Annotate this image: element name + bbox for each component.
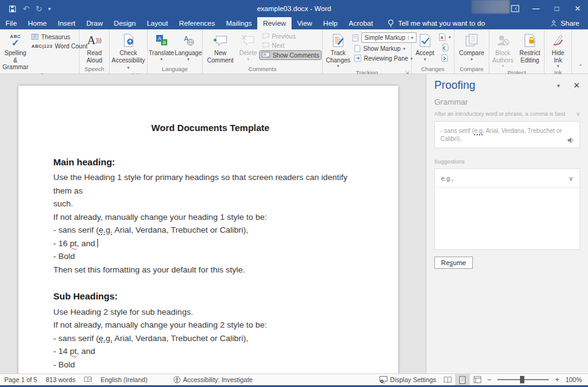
next-change-button[interactable] xyxy=(439,53,450,62)
pane-options-chevron-icon[interactable]: ▾ xyxy=(557,83,560,89)
save-icon[interactable] xyxy=(9,5,17,13)
tell-me-label: Tell me what you want to do xyxy=(398,20,485,27)
track-changes-button[interactable]: Track Changes ▾ xyxy=(324,31,352,68)
check-accessibility-button[interactable]: Check Accessibility ▾ xyxy=(111,31,146,71)
document-area[interactable]: Word Documents Template Main heading: Us… xyxy=(0,74,426,374)
grammar-rule-description: After an introductory word or phrase, a … xyxy=(434,111,565,117)
tab-mailings[interactable]: Mailings xyxy=(221,17,257,29)
window-controls: — □ ✕ xyxy=(505,0,588,17)
hide-ink-button[interactable]: Hide Ink ▾ xyxy=(546,31,570,68)
read-mode-button[interactable] xyxy=(440,374,455,386)
suggestions-box: e.g., ∨ xyxy=(434,168,580,250)
reject-icon xyxy=(439,33,446,41)
display-settings-button[interactable]: Display Settings xyxy=(375,376,440,383)
zoom-slider-thumb[interactable] xyxy=(520,376,524,383)
tab-review[interactable]: Review xyxy=(257,17,292,29)
markup-mode-select[interactable]: Simple Markup ▾ xyxy=(361,32,417,43)
reviewing-pane-button[interactable]: Reviewing Pane ▾ xyxy=(352,54,410,62)
tab-acrobat[interactable]: Acrobat xyxy=(343,17,379,29)
minimize-button[interactable]: — xyxy=(526,0,546,17)
pane-close-icon[interactable]: ✕ xyxy=(573,81,580,90)
share-person-icon xyxy=(550,20,557,27)
language-indicator[interactable]: English (Ireland) xyxy=(96,376,151,383)
undo-icon[interactable]: ↶ xyxy=(23,4,29,13)
document-page[interactable]: Word Documents Template Main heading: Us… xyxy=(18,86,398,374)
accessibility-status[interactable]: Accessibility: Investigate xyxy=(169,376,257,383)
page-indicator[interactable]: Page 1 of 5 xyxy=(0,376,42,383)
thesaurus-icon xyxy=(31,33,39,40)
svg-text:a: a xyxy=(162,39,165,45)
suggestion-item[interactable]: e.g., ∨ xyxy=(435,169,579,188)
bullet-line: - 16 pt, and xyxy=(53,237,368,250)
read-sentence-speaker-icon[interactable] xyxy=(567,137,575,144)
web-layout-button[interactable] xyxy=(470,374,484,386)
pane-title: Proofing xyxy=(434,79,475,92)
rule-chevron-icon[interactable]: ∨ xyxy=(576,111,580,117)
zoom-out-button[interactable]: − xyxy=(484,375,494,384)
next-change-icon xyxy=(441,54,448,62)
previous-change-button[interactable] xyxy=(439,43,450,52)
tell-me-box[interactable]: Tell me what you want to do xyxy=(387,17,485,29)
zoom-slider[interactable] xyxy=(497,379,549,380)
collapse-ribbon-icon[interactable]: ⌃ xyxy=(572,29,588,73)
ribbon-group-protect: Block Authors ▾ Restrict Editing Protect xyxy=(489,29,545,73)
tab-draw[interactable]: Draw xyxy=(81,17,108,29)
ribbon-display-options-icon[interactable] xyxy=(505,0,526,17)
display-settings-icon xyxy=(379,376,388,383)
reject-button[interactable]: ▾ xyxy=(437,32,453,42)
translate-button[interactable]: Aa Translate ▾ xyxy=(149,31,175,61)
reviewing-pane-icon xyxy=(354,54,361,62)
compare-button[interactable]: Compare ▾ xyxy=(456,31,488,61)
svg-text:A: A xyxy=(184,35,189,42)
zoom-in-button[interactable]: + xyxy=(552,375,562,384)
svg-text:A: A xyxy=(157,36,161,42)
flagged-sentence-box[interactable]: - sans serif (e.g. Arial, Verdana, Trebu… xyxy=(434,121,580,148)
tab-help[interactable]: Help xyxy=(318,17,344,29)
track-changes-icon xyxy=(332,32,344,48)
language-button[interactable]: A Language ▾ xyxy=(176,31,202,61)
tab-layout[interactable]: Layout xyxy=(141,17,174,29)
previous-comment-button[interactable]: Previous xyxy=(260,32,321,40)
customize-quick-access-icon[interactable]: ▾ xyxy=(48,6,51,12)
accept-button[interactable]: Accept ▾ xyxy=(413,31,437,61)
tab-references[interactable]: References xyxy=(173,17,221,29)
close-button[interactable]: ✕ xyxy=(567,0,588,17)
word-count-indicator[interactable]: 813 words xyxy=(42,376,80,383)
show-markup-button[interactable]: Show Markup ▾ xyxy=(352,44,410,53)
bullet-line: - Bold xyxy=(53,358,368,372)
pane-category: Grammar xyxy=(434,97,580,107)
paragraph: If not already, manually change your hea… xyxy=(53,318,368,332)
proofing-status-icon[interactable] xyxy=(80,376,96,383)
restrict-editing-button[interactable]: Restrict Editing xyxy=(517,31,543,64)
spelling-grammar-button[interactable]: ABC✓ Spelling & Grammar xyxy=(1,31,29,71)
zoom-level[interactable]: 100% xyxy=(562,376,588,383)
tab-insert[interactable]: Insert xyxy=(52,17,81,29)
display-for-review-icon xyxy=(352,34,360,42)
suggestions-label: Suggestions xyxy=(434,159,580,165)
delete-comment-button[interactable]: Delete ▾ xyxy=(236,31,260,61)
show-comments-button[interactable]: Show Comments xyxy=(260,51,321,59)
spelling-flagged-text: pt xyxy=(70,239,77,248)
next-comment-button[interactable]: Next xyxy=(260,42,321,50)
tab-design[interactable]: Design xyxy=(108,17,141,29)
new-comment-button[interactable]: New Comment xyxy=(204,31,236,64)
tab-file[interactable]: File xyxy=(0,17,23,29)
suggestion-chevron-icon[interactable]: ∨ xyxy=(568,175,573,182)
print-layout-button[interactable] xyxy=(455,374,470,386)
grammar-flagged-text: e.g. xyxy=(99,334,113,343)
redo-icon[interactable]: ↻ xyxy=(36,4,42,13)
accept-icon xyxy=(419,32,431,48)
share-button[interactable]: Share xyxy=(550,17,588,29)
delete-comment-icon xyxy=(241,32,255,48)
maximize-button[interactable]: □ xyxy=(546,0,567,17)
block-authors-button[interactable]: Block Authors ▾ xyxy=(491,31,515,68)
compare-icon xyxy=(465,32,478,48)
tab-view[interactable]: View xyxy=(292,17,318,29)
check-accessibility-icon xyxy=(123,32,134,48)
ribbon-group-accessibility: Check Accessibility ▾ Accessibility xyxy=(110,29,148,73)
resume-button[interactable]: Resume xyxy=(434,257,473,269)
read-aloud-button[interactable]: A))) Read Aloud xyxy=(81,31,108,64)
document-content[interactable]: Word Documents Template Main heading: Us… xyxy=(18,86,398,374)
ribbon: ABC✓ Spelling & Grammar Thesaurus ABC|12… xyxy=(0,29,588,74)
tab-home[interactable]: Home xyxy=(23,17,53,29)
